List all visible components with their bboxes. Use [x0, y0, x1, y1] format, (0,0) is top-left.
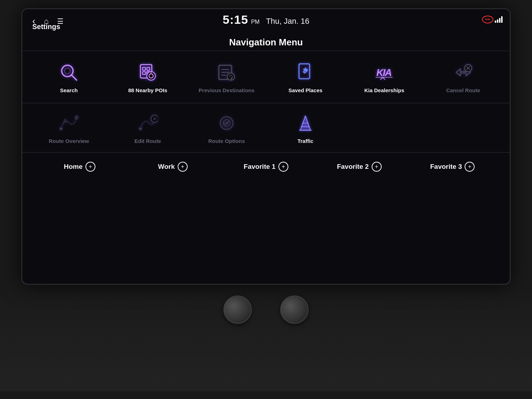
- physical-controls: [0, 285, 532, 391]
- signal-area: KIA: [482, 16, 503, 23]
- svg-point-2: [65, 68, 70, 74]
- left-knob[interactable]: [223, 295, 252, 324]
- menu-item-traffic[interactable]: Traffic: [266, 105, 345, 150]
- svg-point-25: [139, 127, 142, 130]
- kia-dealerships-icon: KIA: [372, 60, 396, 84]
- clock-time: 5:15: [223, 13, 248, 27]
- svg-rect-6: [143, 72, 145, 74]
- nav-menu-title-row: Navigation Menu: [22, 33, 510, 51]
- top-bar: ‹ ⌂ ☰ Settings 5:15 PM Thu, Jan. 16 KIA: [22, 9, 510, 33]
- fav-home-add-button[interactable]: +: [85, 162, 95, 172]
- menu-row-2: A Route Overview Edit Route: [22, 103, 510, 153]
- fav-home[interactable]: Home +: [33, 162, 126, 172]
- svg-text:A: A: [63, 118, 67, 124]
- fav-favorite3-label: Favorite 3: [430, 163, 462, 171]
- menu-item-search[interactable]: Search: [29, 55, 108, 99]
- route-options-label: Route Options: [208, 138, 245, 144]
- right-knob[interactable]: [280, 295, 309, 324]
- fav-favorite3-add-button[interactable]: +: [465, 162, 475, 172]
- clock-date: Thu, Jan. 16: [266, 17, 309, 26]
- previous-destinations-icon: [215, 60, 239, 84]
- fav-work[interactable]: Work +: [126, 162, 220, 172]
- fav-favorite1[interactable]: Favorite 1 +: [220, 162, 313, 172]
- route-overview-label: Route Overview: [49, 138, 89, 144]
- favorites-row: Home + Work + Favorite 1 + Favorite 2 + …: [22, 153, 510, 181]
- fav-favorite1-label: Favorite 1: [244, 163, 276, 171]
- screen: ‹ ⌂ ☰ Settings 5:15 PM Thu, Jan. 16 KIA …: [21, 8, 511, 285]
- fav-home-label: Home: [64, 163, 83, 171]
- menu-item-previous-destinations[interactable]: Previous Destinations: [187, 55, 266, 99]
- search-icon: [57, 60, 81, 84]
- saved-places-icon: [293, 60, 317, 84]
- menu-item-empty-1: [345, 105, 423, 150]
- traffic-label: Traffic: [298, 138, 314, 144]
- menu-item-kia-dealerships[interactable]: KIA Kia Dealerships: [345, 55, 423, 99]
- route-overview-icon: A: [57, 111, 81, 135]
- previous-destinations-label: Previous Destinations: [199, 87, 255, 94]
- menu-item-saved-places[interactable]: Saved Places: [266, 55, 345, 99]
- fav-work-label: Work: [158, 163, 175, 171]
- kia-dealerships-label: Kia Dealerships: [364, 87, 404, 94]
- fav-favorite2-add-button[interactable]: +: [372, 162, 382, 172]
- fav-favorite3[interactable]: Favorite 3 +: [406, 162, 499, 172]
- edit-route-icon: [135, 111, 160, 135]
- nearby-pois-label: 88 Nearby POIs: [128, 87, 167, 94]
- svg-line-1: [71, 75, 77, 80]
- fav-favorite1-add-button[interactable]: +: [278, 162, 288, 172]
- fav-favorite2[interactable]: Favorite 2 +: [312, 162, 406, 172]
- fav-favorite2-label: Favorite 2: [337, 163, 369, 171]
- signal-bars: [495, 16, 503, 23]
- svg-rect-4: [143, 67, 145, 70]
- fav-work-add-button[interactable]: +: [178, 162, 188, 172]
- nearby-pois-icon: [135, 60, 160, 84]
- route-options-icon: [215, 111, 239, 135]
- search-label: Search: [60, 87, 78, 94]
- clock-ampm: PM: [251, 19, 260, 25]
- menu-item-route-options[interactable]: Route Options: [187, 105, 266, 150]
- menu-row-1: Search 88 Nearby POIs: [22, 51, 510, 103]
- top-bar-left: ‹ ⌂ ☰ Settings: [32, 16, 63, 27]
- svg-text:KIA: KIA: [376, 67, 392, 78]
- menu-item-empty-2: [424, 105, 503, 150]
- clock-area: 5:15 PM Thu, Jan. 16: [223, 13, 309, 27]
- cancel-route-icon: [451, 60, 475, 84]
- saved-places-label: Saved Places: [288, 87, 322, 94]
- svg-point-22: [60, 127, 62, 130]
- menu-item-nearby-pois[interactable]: 88 Nearby POIs: [108, 55, 187, 99]
- nav-menu-title: Navigation Menu: [229, 37, 303, 48]
- menu-item-edit-route[interactable]: Edit Route: [108, 105, 187, 150]
- svg-rect-5: [147, 67, 150, 70]
- cancel-route-label: Cancel Route: [446, 87, 480, 94]
- kia-logo-badge: KIA: [482, 16, 493, 23]
- traffic-icon: [293, 111, 317, 135]
- menu-item-cancel-route[interactable]: Cancel Route: [424, 55, 503, 99]
- settings-label: Settings: [32, 23, 60, 31]
- menu-item-route-overview[interactable]: A Route Overview: [29, 105, 108, 150]
- edit-route-label: Edit Route: [134, 138, 161, 144]
